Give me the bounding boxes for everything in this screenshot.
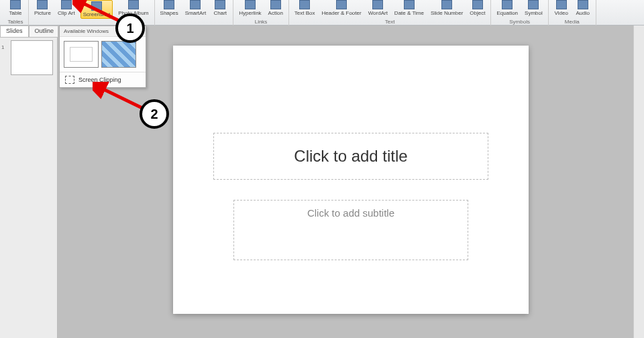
wordart-button[interactable]: WordArt — [367, 0, 389, 16]
dropdown-header: Available Windows — [60, 26, 146, 37]
chart-icon — [215, 0, 225, 9]
shapes-button[interactable]: Shapes — [159, 0, 180, 16]
ribbon-group-symbols: Equation Symbol Symbols — [491, 0, 548, 25]
ribbon: Table Tables Picture Clip Art Screenshot… — [0, 0, 644, 25]
photoalbum-button[interactable]: Photo Album — [117, 0, 150, 16]
screenshot-icon — [91, 1, 102, 11]
smartart-button[interactable]: SmartArt — [184, 0, 208, 16]
ribbon-group-tables: Table Tables — [3, 0, 29, 25]
ribbon-group-media: Video Audio Media — [549, 0, 596, 25]
available-windows — [60, 37, 146, 72]
symbol-button[interactable]: Symbol — [523, 0, 544, 16]
slide-thumbnail[interactable] — [11, 40, 53, 75]
group-label: Tables — [7, 19, 23, 25]
equation-button[interactable]: Equation — [495, 0, 519, 16]
group-label: Symbols — [509, 19, 530, 25]
datetime-button[interactable]: Date & Time — [393, 0, 425, 16]
symbol-icon — [528, 0, 539, 9]
clipart-icon — [61, 0, 72, 9]
video-button[interactable]: Video — [553, 0, 570, 16]
picture-button[interactable]: Picture — [33, 0, 52, 16]
ribbon-group-text: Text Box Header & Footer WordArt Date & … — [289, 0, 492, 25]
tab-slides[interactable]: Slides — [0, 25, 29, 37]
subtitle-placeholder[interactable]: Click to add subtitle — [233, 200, 468, 260]
wordart-icon — [372, 0, 383, 9]
vertical-scrollbar[interactable] — [633, 25, 644, 338]
group-label: Text — [385, 19, 395, 25]
ribbon-group-images: Picture Clip Art Screenshot Photo Album — [29, 0, 155, 25]
audio-button[interactable]: Audio — [574, 0, 592, 16]
ribbon-group-illustrations: Shapes SmartArt Chart — [155, 0, 234, 25]
title-placeholder[interactable]: Click to add title — [213, 133, 488, 180]
slide[interactable]: Click to add title Click to add subtitle — [173, 46, 529, 314]
group-label: Links — [255, 19, 268, 25]
group-label: Media — [565, 19, 580, 25]
textbox-icon — [299, 0, 310, 9]
clip-icon — [65, 76, 74, 84]
object-button[interactable]: Object — [468, 0, 486, 16]
slide-panel: Slides Outline 1 — [0, 25, 58, 338]
table-button[interactable]: Table — [7, 0, 24, 16]
screen-clipping-button[interactable]: Screen Clipping — [60, 72, 146, 87]
hyperlink-icon — [245, 0, 256, 9]
screenshot-dropdown: Available Windows Screen Clipping — [59, 25, 146, 88]
slidenumber-button[interactable]: Slide Number — [429, 0, 464, 16]
action-icon — [270, 0, 281, 9]
screenshot-button[interactable]: Screenshot — [80, 0, 113, 19]
table-icon — [10, 0, 21, 9]
audio-icon — [578, 0, 588, 9]
smartart-icon — [190, 0, 201, 9]
slidenumber-icon — [441, 0, 452, 9]
datetime-icon — [404, 0, 415, 9]
ribbon-group-links: Hyperlink Action Links — [233, 0, 289, 25]
chart-button[interactable]: Chart — [211, 0, 229, 16]
headerfooter-button[interactable]: Header & Footer — [321, 0, 363, 16]
hyperlink-button[interactable]: Hyperlink — [237, 0, 262, 16]
thumb-number: 1 — [1, 44, 4, 50]
screen-clipping-label: Screen Clipping — [78, 76, 121, 83]
video-icon — [556, 0, 567, 9]
shapes-icon — [164, 0, 174, 9]
object-icon — [472, 0, 483, 9]
headerfooter-icon — [336, 0, 347, 9]
photoalbum-icon — [128, 0, 139, 9]
action-button[interactable]: Action — [267, 0, 284, 16]
clipart-button[interactable]: Clip Art — [56, 0, 76, 16]
window-thumbnail[interactable] — [64, 41, 99, 68]
equation-icon — [502, 0, 513, 9]
picture-icon — [37, 0, 48, 9]
tab-outline[interactable]: Outline — [29, 25, 60, 37]
window-thumbnail[interactable] — [101, 41, 136, 68]
panel-tabs: Slides Outline — [0, 25, 58, 38]
textbox-button[interactable]: Text Box — [293, 0, 317, 16]
